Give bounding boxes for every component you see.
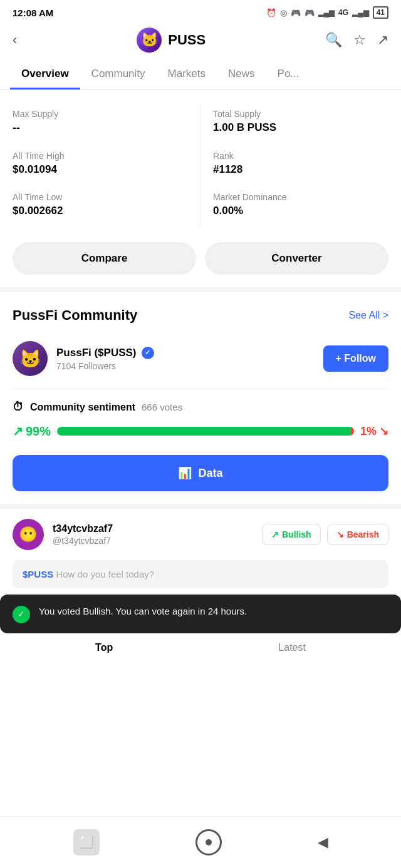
compare-button[interactable]: Compare: [13, 242, 196, 275]
community-info: PussFi ($PUSS) ✓ 7104 Followers: [56, 347, 315, 371]
bullish-button[interactable]: ↗ Bullish: [262, 524, 321, 545]
follow-button[interactable]: + Follow: [323, 345, 388, 372]
chart-icon: 📊: [178, 466, 192, 480]
bull-arrow-icon: ↗: [13, 424, 23, 439]
community-followers: 7104 Followers: [56, 361, 315, 371]
community-name-row: PussFi ($PUSS) ✓: [56, 347, 315, 359]
bearish-button[interactable]: ↘ Bearish: [327, 524, 388, 545]
battery-icon: 41: [373, 6, 388, 19]
gauge-icon: ⏱: [13, 401, 24, 414]
header-actions: 🔍 ☆ ↗: [325, 32, 388, 48]
sentiment-bar: [57, 427, 354, 436]
coin-avatar: 🐱: [137, 28, 162, 53]
toast-check-icon: ✓: [13, 606, 30, 623]
stat-total-supply: Total Supply 1.00 B PUSS: [200, 103, 388, 145]
converter-button[interactable]: Converter: [205, 242, 388, 275]
tab-top[interactable]: Top: [95, 642, 113, 653]
stat-ath: All Time High $0.01094: [13, 145, 200, 186]
status-time: 12:08 AM: [13, 8, 53, 18]
sentiment-label: Community sentiment: [30, 402, 135, 413]
vote-buttons: ↗ Bullish ↘ Bearish: [262, 524, 388, 545]
toast-notification: ✓ You voted Bullish. You can vote again …: [0, 595, 401, 633]
input-placeholder: How do you feel today?: [56, 569, 154, 580]
bear-percentage: 1% ↘: [360, 424, 388, 438]
status-bar: 12:08 AM ⏰ ◎ 🎮 🎮 ▂▄▆ 4G ▂▄▆ 41: [0, 0, 401, 23]
tab-news[interactable]: News: [217, 60, 266, 89]
bearish-arrow-icon: ↘: [336, 529, 344, 539]
data-button[interactable]: 📊 Data: [13, 455, 388, 491]
back-nav-button[interactable]: ◀: [318, 834, 328, 850]
home-button[interactable]: ⬜: [73, 829, 100, 855]
tab-overview[interactable]: Overview: [10, 60, 80, 89]
tab-markets[interactable]: Markets: [157, 60, 217, 89]
tab-latest[interactable]: Latest: [278, 642, 306, 653]
alarm-icon: ⏰: [266, 8, 276, 18]
whatsapp-icon: ◎: [280, 8, 287, 18]
signal-icon: ▂▄▆: [318, 8, 335, 17]
sentiment-input[interactable]: $PUSS How do you feel today?: [13, 560, 388, 588]
circle-inner: [206, 839, 212, 845]
stat-rank: Rank #1128: [200, 145, 388, 186]
stat-atl: All Time Low $0.002662: [13, 186, 200, 227]
header-center: 🐱 PUSS: [137, 28, 206, 53]
share-icon[interactable]: ↗: [377, 32, 388, 48]
tab-community[interactable]: Community: [80, 60, 157, 89]
bottom-nav: ⬜ ◀: [0, 816, 401, 868]
verified-badge: ✓: [142, 347, 154, 359]
see-all-button[interactable]: See All >: [348, 310, 388, 321]
network-type: 4G: [338, 8, 348, 17]
community-avatar: 🐱: [13, 341, 48, 376]
tab-bar: Overview Community Markets News Po...: [0, 60, 401, 90]
toast-message: You voted Bullish. You can vote again in…: [39, 605, 247, 618]
bullish-arrow-icon: ↗: [271, 529, 279, 539]
sentiment-section: ⏱ Community sentiment 666 votes ↗ 99% 1%…: [0, 389, 401, 455]
home-circle-button[interactable]: [195, 829, 222, 855]
bear-arrow-icon: ↘: [379, 424, 388, 438]
game-icon-1: 🎮: [291, 8, 301, 18]
section-divider-2: [0, 504, 401, 509]
community-card: 🐱 PussFi ($PUSS) ✓ 7104 Followers + Foll…: [0, 334, 401, 389]
user-avatar: 😶: [13, 519, 44, 550]
back-button[interactable]: ‹: [13, 32, 17, 48]
header: ‹ 🐱 PUSS 🔍 ☆ ↗: [0, 23, 401, 60]
user-info: t34ytcvbzaf7 @t34ytcvbzaf7: [53, 523, 253, 546]
stat-market-dominance: Market Dominance 0.00%: [200, 186, 388, 227]
action-buttons: Compare Converter: [0, 233, 401, 287]
user-name: t34ytcvbzaf7: [53, 523, 253, 534]
game-icon-2: 🎮: [305, 8, 315, 18]
stat-max-supply: Max Supply --: [13, 103, 200, 145]
bull-percentage: ↗ 99%: [13, 424, 51, 439]
sentiment-header: ⏱ Community sentiment 666 votes: [13, 401, 388, 414]
community-section-header: PussFi Community See All >: [0, 292, 401, 334]
stats-grid: Max Supply -- Total Supply 1.00 B PUSS A…: [0, 90, 401, 233]
community-section-title: PussFi Community: [13, 307, 137, 324]
tab-more[interactable]: Po...: [266, 60, 311, 89]
search-icon[interactable]: 🔍: [325, 32, 342, 48]
bear-bar: [351, 427, 354, 436]
sentiment-bar-row: ↗ 99% 1% ↘: [13, 424, 388, 439]
status-icons: ⏰ ◎ 🎮 🎮 ▂▄▆ 4G ▂▄▆ 41: [266, 6, 388, 19]
section-divider-1: [0, 287, 401, 292]
user-handle: @t34ytcvbzaf7: [53, 536, 253, 546]
star-icon[interactable]: ☆: [353, 32, 366, 48]
input-ticker: $PUSS: [23, 569, 53, 580]
sentiment-votes: 666 votes: [142, 402, 182, 412]
signal-icon-2: ▂▄▆: [352, 8, 369, 17]
bull-bar: [57, 427, 351, 436]
post-tabs: Top Latest: [0, 633, 401, 662]
page-title: PUSS: [168, 32, 206, 48]
user-row: 😶 t34ytcvbzaf7 @t34ytcvbzaf7 ↗ Bullish ↘…: [0, 509, 401, 560]
